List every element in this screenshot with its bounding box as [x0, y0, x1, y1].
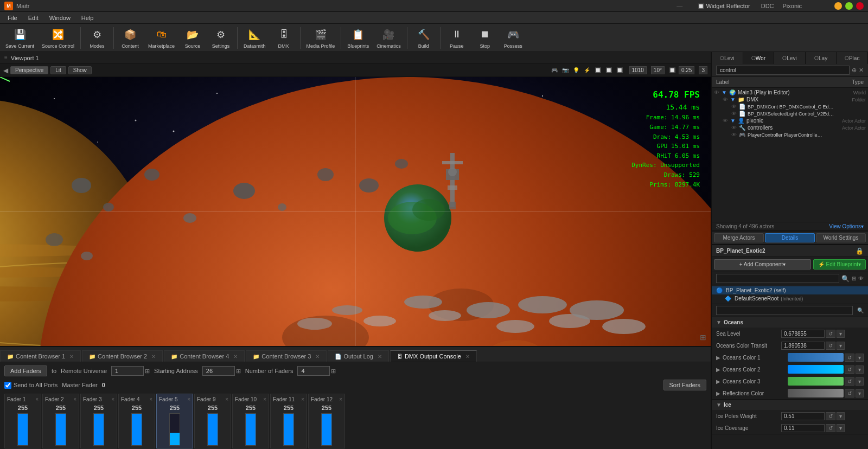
source-button[interactable]: 📂 Source	[179, 25, 206, 51]
ice-poles-input[interactable]	[781, 412, 825, 420]
right-tab-levi1[interactable]: ⬡ Levi	[712, 52, 743, 64]
oceans-section-header[interactable]: ▼ Oceans	[712, 317, 868, 328]
outliner-bp-dmx-cont[interactable]: 👁 📄 BP_DMXCont BP_DMXControl_C Edit BP_D…	[712, 103, 868, 110]
build-button[interactable]: 🔨 Build	[410, 25, 437, 51]
oceans-transit-arrow[interactable]: ▾	[837, 342, 845, 350]
outliner-bp-dmx-selected[interactable]: 👁 📄 BP_DMXSelectedLight Control_V2Edit B…	[712, 110, 868, 117]
search-components-icon[interactable]: 🔍	[841, 275, 850, 283]
angle-value[interactable]: 10°	[651, 66, 665, 74]
tab-dmx-output[interactable]: 🎛 DMX Output Console ✕	[390, 350, 477, 362]
profile1[interactable]: DDC	[761, 3, 774, 9]
pixonic-eye-icon[interactable]: 👁	[723, 118, 728, 124]
perspective-button[interactable]: Perspective	[10, 66, 48, 74]
color1-reset[interactable]: ↺	[845, 354, 854, 362]
fader-12-close[interactable]: ×	[339, 396, 342, 402]
world-eye-icon[interactable]: 👁	[714, 89, 719, 95]
comp-bp-planet[interactable]: 🔵 BP_Planet_Exotic2 (self)	[712, 286, 868, 294]
tab-content-browser-2[interactable]: 📁 Content Browser 2 ✕	[82, 350, 163, 362]
send-all-ports-label[interactable]: Send to All Ports	[4, 382, 58, 389]
fader-4-track[interactable]	[131, 413, 142, 446]
right-tab-plac[interactable]: ⬡ Plac	[837, 52, 868, 64]
cb3-close[interactable]: ✕	[315, 354, 320, 360]
tab-content-browser-4[interactable]: 📁 Content Browser 4 ✕	[164, 350, 245, 362]
viewport-resize-handle[interactable]: ⊞	[700, 333, 706, 342]
oceans-color2-bar[interactable]	[788, 365, 844, 374]
ice-poles-reset[interactable]: ↺	[826, 412, 835, 420]
lock-icon[interactable]: 🔒	[856, 247, 864, 255]
fader-10-track[interactable]	[245, 413, 256, 446]
content-button[interactable]: 📦 Content	[117, 25, 144, 51]
fader-1-close[interactable]: ×	[35, 396, 39, 402]
edit-blueprint-button[interactable]: ⚡ Edit Blueprint▾	[813, 259, 866, 270]
ice-coverage-reset[interactable]: ↺	[826, 424, 835, 432]
pixonic-expand-icon[interactable]: ▼	[730, 118, 736, 124]
fader-1-track[interactable]	[17, 413, 28, 446]
fader-11-track[interactable]	[283, 413, 294, 446]
datasmith-button[interactable]: 📐 Datasmith	[240, 25, 269, 51]
starting-address-stepper[interactable]: ⊞	[236, 368, 241, 375]
reflect-arrow[interactable]: ▾	[856, 389, 864, 397]
bpdmx-eye-icon[interactable]: 👁	[731, 104, 737, 110]
vp-nav-prev[interactable]: ◀	[3, 67, 8, 74]
view-number[interactable]: 3	[699, 66, 707, 74]
settings-button[interactable]: ⚙ Settings	[207, 25, 234, 51]
scale-value[interactable]: 0.25	[679, 66, 694, 74]
send-all-ports-checkbox[interactable]	[4, 382, 11, 389]
right-tab-wor[interactable]: ⬡ Wor	[743, 52, 775, 64]
fader-3-close[interactable]: ×	[111, 396, 114, 402]
lit-button[interactable]: Lit	[50, 66, 66, 74]
search-details-input[interactable]	[716, 306, 853, 315]
starting-address-input[interactable]	[202, 366, 235, 376]
num-faders-stepper[interactable]: ⊞	[331, 368, 336, 375]
fader-9-track[interactable]	[207, 413, 218, 446]
outliner-player-controller[interactable]: 👁 🎮 PlayerController PlayerController Pl…	[712, 131, 868, 138]
ice-coverage-arrow[interactable]: ▾	[837, 424, 845, 432]
eye-toggle-btn[interactable]: 👁	[858, 275, 864, 281]
fader-9-close[interactable]: ×	[225, 396, 228, 402]
fader-3-track[interactable]	[93, 413, 104, 446]
modes-button[interactable]: ⚙ Modes	[84, 25, 111, 51]
fader-2-close[interactable]: ×	[73, 396, 76, 402]
ice-coverage-input[interactable]	[781, 424, 825, 432]
outliner-search-icon[interactable]: ⊕	[852, 67, 857, 74]
fader-5-track[interactable]	[169, 413, 180, 446]
reflect-reset[interactable]: ↺	[845, 389, 854, 397]
remote-universe-input[interactable]	[111, 366, 144, 376]
add-faders-button[interactable]: Add Faders	[4, 365, 47, 376]
stop-button[interactable]: ⏹ Stop	[471, 25, 499, 51]
pc-eye-icon[interactable]: 👁	[731, 132, 737, 138]
sea-level-arrow[interactable]: ▾	[837, 330, 845, 338]
add-component-button[interactable]: + Add Component▾	[714, 259, 811, 270]
oceans-transit-reset[interactable]: ↺	[826, 342, 835, 350]
ice-poles-arrow[interactable]: ▾	[837, 412, 845, 420]
output-log-close[interactable]: ✕	[378, 354, 382, 360]
oceans-color3-bar[interactable]	[788, 377, 844, 386]
source-control-button[interactable]: 🔀 Source Control	[39, 25, 78, 51]
world-expand-icon[interactable]: ▼	[722, 89, 727, 95]
pause-button[interactable]: ⏸ Pause	[443, 25, 470, 51]
color2-reset[interactable]: ↺	[845, 365, 854, 374]
outliner-world[interactable]: 👁 ▼ 🌍 Main3 (Play in Editor) World	[712, 89, 868, 96]
tab-content-browser-3[interactable]: 📁 Content Browser 3 ✕	[246, 350, 327, 362]
view-icons-btn[interactable]: ⊞	[852, 275, 856, 281]
color3-reset[interactable]: ↺	[845, 377, 854, 386]
cb1-close[interactable]: ✕	[69, 354, 74, 360]
profile2[interactable]: Pixonic	[783, 3, 802, 9]
oceans-transit-input[interactable]	[781, 342, 825, 350]
fader-11-close[interactable]: ×	[301, 396, 304, 402]
fader-2-track[interactable]	[55, 413, 66, 446]
oceans-color1-bar[interactable]	[788, 353, 844, 362]
dmx-eye-icon[interactable]: 👁	[723, 97, 728, 102]
fader-12-track[interactable]	[321, 413, 332, 446]
remote-universe-stepper[interactable]: ⊞	[145, 368, 150, 375]
cb4-close[interactable]: ✕	[233, 354, 238, 360]
outliner-close-search-icon[interactable]: ✕	[859, 67, 864, 74]
ctrl-eye-icon[interactable]: 👁	[731, 125, 737, 131]
color3-arrow[interactable]: ▾	[856, 377, 864, 386]
fader-4-close[interactable]: ×	[149, 396, 152, 402]
merge-actors-button[interactable]: Merge Actors	[714, 233, 764, 242]
marketplace-button[interactable]: 🛍 Marketplace	[145, 25, 178, 51]
search-details-icon[interactable]: 🔍	[857, 307, 864, 313]
outliner-dmx-folder[interactable]: 👁 ▼ 📁 DMX Folder	[712, 96, 868, 103]
possess-button[interactable]: 🎮 Possess	[500, 25, 527, 51]
